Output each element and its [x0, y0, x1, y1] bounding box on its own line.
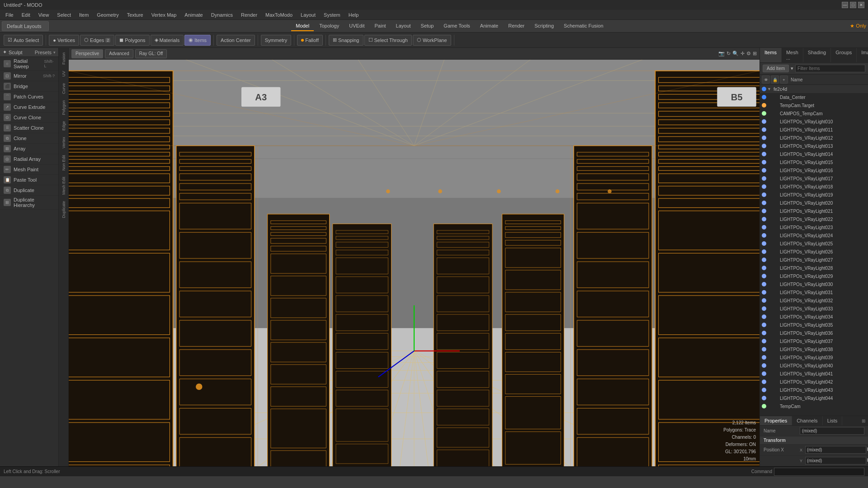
add-icon[interactable]: + [780, 75, 788, 84]
item-row[interactable]: LIGHTPOs_VRayLight012 [760, 134, 868, 142]
item-row[interactable]: LIGHTPOs_VRayLight040 [760, 361, 868, 370]
item-row[interactable]: LIGHTPOs_VRayLight027 [760, 256, 868, 264]
mode-tab-model[interactable]: Model [291, 21, 314, 31]
mode-tab-setup[interactable]: Setup [416, 21, 439, 31]
sculpt-tool-scatter-clone[interactable]: ⠿ Scatter Clone [0, 123, 58, 133]
expand-icon[interactable]: ⊞ [753, 51, 757, 56]
side-label-edge[interactable]: Edge [61, 118, 67, 133]
item-visibility[interactable] [762, 184, 766, 189]
item-row[interactable]: LIGHTPOs_VRayLight036 [760, 329, 868, 337]
mode-tab-game-tools[interactable]: Game Tools [439, 21, 475, 31]
advanced-button[interactable]: Advanced [105, 49, 133, 58]
item-visibility[interactable] [762, 282, 766, 286]
menu-item-help[interactable]: Help [345, 10, 363, 20]
item-row[interactable]: LIGHTPOs_VRayLight018 [760, 183, 868, 191]
menu-item-dynamics[interactable]: Dynamics [208, 10, 236, 20]
props-tab-channels[interactable]: Channels [792, 416, 822, 425]
item-row[interactable]: LIGHTPOs_VRayLight025 [760, 239, 868, 248]
sculpt-tool-patch-curves[interactable]: ⌒ Patch Curves [0, 92, 58, 102]
polygons-button[interactable]: ◼ Polygons [115, 35, 149, 46]
sculpt-tool-curve-clone[interactable]: ⊙ Curve Clone [0, 113, 58, 123]
props-expand-icon[interactable]: ⊞ [860, 418, 867, 424]
viewport-canvas[interactable]: A3 B5 2,122 Items Polygons: Trace Channe… [69, 60, 760, 466]
refresh-icon[interactable]: ↻ [726, 51, 731, 56]
menu-item-render[interactable]: Render [237, 10, 261, 20]
side-label-mesh-edit[interactable]: Mesh Edit [61, 174, 67, 197]
sculpt-tool-array[interactable]: ⊞ Array [0, 144, 58, 154]
item-visibility[interactable] [762, 225, 766, 230]
item-row[interactable]: LIGHTPOs_VRayLight035 [760, 321, 868, 329]
raygl-button[interactable]: Ray GL: Off [135, 49, 167, 58]
item-visibility[interactable] [762, 371, 766, 376]
pos-y-input[interactable] [805, 457, 866, 465]
side-label-curve[interactable]: Curve [61, 80, 67, 97]
menu-item-geometry[interactable]: Geometry [93, 10, 122, 20]
item-row[interactable]: LIGHTPOs_VRayLight026 [760, 248, 868, 256]
item-visibility[interactable] [762, 363, 766, 368]
item-visibility[interactable] [762, 119, 766, 124]
item-row[interactable]: CAMPOS_TempCam [760, 109, 868, 117]
item-visibility[interactable] [762, 233, 766, 238]
rp-tab-shading[interactable]: Shading [803, 48, 831, 62]
mode-tab-uvedit[interactable]: UVEdit [344, 21, 369, 31]
menu-item-select[interactable]: Select [53, 10, 75, 20]
item-row[interactable]: LIGHTPOs_VRayLight044 [760, 394, 868, 402]
item-row[interactable]: ▼ fe2c4d [760, 85, 868, 93]
item-visibility[interactable] [762, 339, 766, 343]
item-row[interactable]: LIGHTPOs_VRayLight034 [760, 313, 868, 321]
item-row[interactable]: LIGHTPOs_VRayLight038 [760, 345, 868, 353]
menu-item-view[interactable]: View [35, 10, 53, 20]
sculpt-tool-duplicate[interactable]: ⧉ Duplicate [0, 185, 58, 196]
add-item-dropdown-icon[interactable]: ▾ [791, 66, 793, 71]
symmetry-button[interactable]: Symmetry [261, 35, 292, 46]
mode-tab-schematic-fusion[interactable]: Schematic Fusion [559, 21, 608, 31]
sculpt-tool-curve-extrude[interactable]: ↗ Curve Extrude [0, 102, 58, 113]
item-row[interactable]: LIGHTPOs_VRayLight016 [760, 166, 868, 174]
search-icon[interactable]: 🔍 [732, 51, 739, 56]
menu-item-maxtomodo[interactable]: MaxToModo [262, 10, 296, 20]
item-row[interactable]: LIGHTPOs_VRayLight015 [760, 158, 868, 166]
pos-x-input[interactable] [805, 446, 866, 454]
work-plane-button[interactable]: ⬡ WorkPlane [413, 35, 451, 46]
side-label-duplicate[interactable]: Duplicate [61, 198, 67, 221]
cam-icon[interactable]: 📷 [718, 51, 725, 56]
item-row[interactable]: LIGHTPOs_VRayLight010 [760, 117, 868, 126]
item-row[interactable]: LIGHTPOs_VRayLight043 [760, 386, 868, 394]
item-row[interactable]: TempCam [760, 402, 868, 410]
rp-tab-groups[interactable]: Groups [831, 48, 857, 62]
props-tab-properties[interactable]: Properties [760, 416, 792, 425]
item-visibility[interactable] [762, 404, 766, 408]
item-visibility[interactable] [762, 388, 766, 392]
item-visibility[interactable] [762, 241, 766, 246]
item-row[interactable]: LIGHTPOs_VRayLight031 [760, 288, 868, 296]
item-visibility[interactable] [762, 127, 766, 132]
side-label-fusion[interactable]: Fusion [61, 50, 67, 67]
item-expand-icon[interactable]: ▼ [767, 87, 772, 91]
rp-tab-items[interactable]: Items [760, 48, 782, 62]
rp-tab-mesh-[interactable]: Mesh ... [782, 48, 803, 62]
menu-item-edit[interactable]: Edit [18, 10, 34, 20]
item-visibility[interactable] [762, 380, 766, 384]
mode-tab-render[interactable]: Render [504, 21, 529, 31]
item-visibility[interactable] [762, 209, 766, 213]
side-label-vertex[interactable]: Vertex [61, 134, 67, 151]
item-visibility[interactable] [762, 298, 766, 303]
menu-item-texture[interactable]: Texture [123, 10, 147, 20]
materials-button[interactable]: ◈ Materials [151, 35, 184, 46]
item-row[interactable]: LIGHTPOs_VRayLight041 [760, 370, 868, 378]
mode-tab-scripting[interactable]: Scripting [530, 21, 558, 31]
item-row[interactable]: LIGHTPOs_VRayLight024 [760, 231, 868, 239]
sculpt-tool-mirror[interactable]: ⊡ Mirror Shift-? [0, 71, 58, 81]
item-visibility[interactable] [762, 201, 766, 205]
items-list[interactable]: ▼ fe2c4d Data_Center TempCam.Target CAMP… [760, 85, 868, 416]
menu-item-file[interactable]: File [2, 10, 17, 20]
item-visibility[interactable] [762, 314, 766, 319]
mode-tab-layout[interactable]: Layout [392, 21, 415, 31]
item-visibility[interactable] [762, 274, 766, 278]
item-row[interactable]: LIGHTPOs_VRayLight021 [760, 207, 868, 215]
sculpt-tool-duplicate-hierarchy[interactable]: ⊞ Duplicate Hierarchy [0, 196, 58, 210]
sculpt-tool-mesh-paint[interactable]: ✏ Mesh Paint [0, 164, 58, 175]
minimize-button[interactable]: — [842, 2, 848, 8]
name-prop-input[interactable] [800, 427, 864, 435]
side-label-uv[interactable]: UV [61, 68, 67, 80]
